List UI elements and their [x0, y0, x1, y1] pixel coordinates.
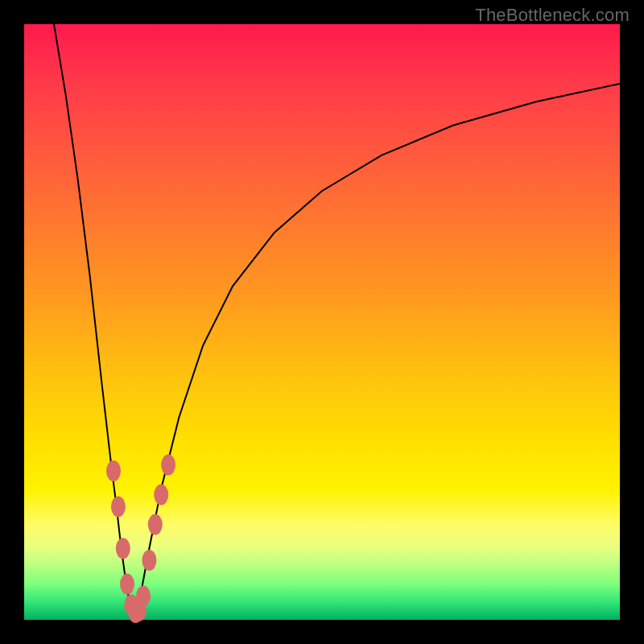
watermark-text: TheBottleneck.com [475, 5, 630, 26]
curve-right-branch [134, 84, 620, 617]
marker-group [106, 455, 175, 624]
marker-dot [106, 460, 121, 481]
curve-group [54, 24, 620, 617]
chart-svg [24, 24, 620, 620]
marker-dot [116, 538, 130, 559]
marker-dot [120, 574, 134, 595]
marker-dot [148, 514, 163, 535]
marker-dot [161, 455, 175, 476]
marker-dot [142, 550, 156, 571]
curve-left-branch [54, 24, 134, 617]
marker-dot [154, 485, 168, 506]
marker-dot [136, 585, 151, 606]
marker-dot [111, 496, 126, 517]
